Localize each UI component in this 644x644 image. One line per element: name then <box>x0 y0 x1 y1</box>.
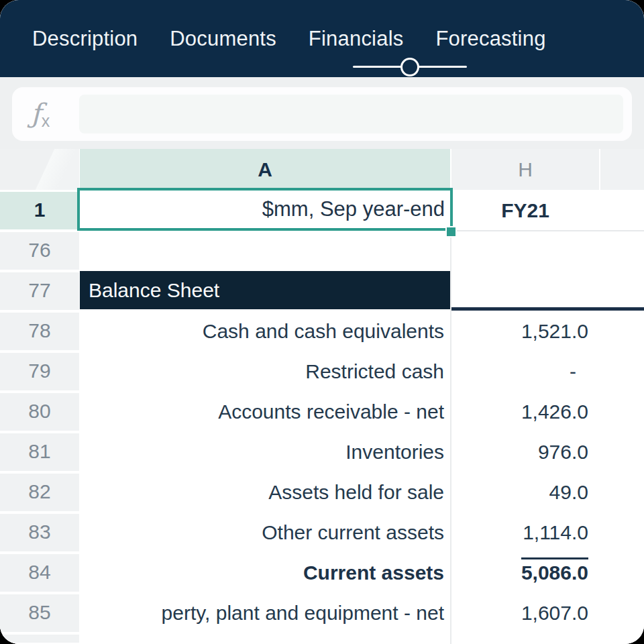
row-header-80[interactable]: 80 <box>0 392 79 432</box>
row-header-81[interactable]: 81 <box>0 432 79 472</box>
row-header-83[interactable]: 83 <box>0 513 79 553</box>
formula-input[interactable] <box>79 95 623 133</box>
cell-a79[interactable]: Restricted cash <box>80 352 450 392</box>
column-header-h[interactable]: H <box>451 149 599 190</box>
cell-h83[interactable]: 1,114.0 <box>451 513 599 553</box>
cell-h78[interactable]: 1,521.0 <box>451 311 599 352</box>
fx-icon: ƒx <box>31 87 49 141</box>
cell-a80[interactable]: Accounts receivable - net <box>80 392 450 432</box>
total-overline: 5,086.0 <box>521 557 588 584</box>
formula-bar: ƒx <box>12 87 632 141</box>
cell-h81[interactable]: 976.0 <box>451 432 599 472</box>
row-header-partial[interactable] <box>0 633 79 644</box>
formula-strip: ƒx <box>0 77 644 149</box>
active-tab-indicator-knob[interactable] <box>400 58 419 76</box>
top-nav: Description Documents Financials Forecas… <box>0 0 644 77</box>
app-card: Description Documents Financials Forecas… <box>0 0 644 644</box>
tab-bar: Description Documents Financials Forecas… <box>0 0 644 77</box>
tab-documents[interactable]: Documents <box>170 27 276 51</box>
column-header-partial[interactable] <box>600 149 644 190</box>
cell-h82[interactable]: 49.0 <box>451 472 599 513</box>
row-header-82[interactable]: 82 <box>0 472 79 513</box>
select-all-corner[interactable] <box>0 149 79 190</box>
cell-a83[interactable]: Other current assets <box>80 513 450 553</box>
column-header-a[interactable]: A <box>80 149 450 190</box>
tab-forecasting[interactable]: Forecasting <box>435 27 545 51</box>
cell-a84-total-label[interactable]: Current assets <box>80 553 450 593</box>
cell-a82[interactable]: Assets held for sale <box>80 472 450 513</box>
selected-cell-a1[interactable]: $mm, Sep year-end <box>77 188 453 231</box>
cell-h84-total[interactable]: 5,086.0 <box>451 553 599 593</box>
section-top-border <box>451 307 644 311</box>
tab-description[interactable]: Description <box>32 27 138 51</box>
row-header-84[interactable]: 84 <box>0 553 79 593</box>
row-header-85[interactable]: 85 <box>0 593 79 633</box>
cell-h1[interactable]: FY21 <box>451 191 599 231</box>
fill-handle[interactable] <box>445 226 457 237</box>
cell-a77-section-header[interactable]: Balance Sheet <box>80 271 450 309</box>
cell-h85[interactable]: 1,607.0 <box>451 593 599 633</box>
cell-a78[interactable]: Cash and cash equivalents <box>80 311 450 352</box>
app-screen: Description Documents Financials Forecas… <box>0 0 644 644</box>
row-header-78[interactable]: 78 <box>0 311 79 352</box>
cell-h80[interactable]: 1,426.0 <box>451 392 599 432</box>
cell-a85[interactable]: perty, plant and equipment - net <box>80 593 450 633</box>
row-header-76[interactable]: 76 <box>0 231 79 271</box>
cell-h79[interactable]: - <box>451 352 599 392</box>
row-header-79[interactable]: 79 <box>0 352 79 392</box>
row-header-1[interactable]: 1 <box>0 191 79 231</box>
tab-financials[interactable]: Financials <box>309 27 404 51</box>
row-header-77[interactable]: 77 <box>0 271 79 311</box>
spreadsheet: A H 1 76 77 78 79 80 81 82 83 84 85 Bala… <box>0 149 644 644</box>
cell-a81[interactable]: Inventories <box>80 432 450 472</box>
